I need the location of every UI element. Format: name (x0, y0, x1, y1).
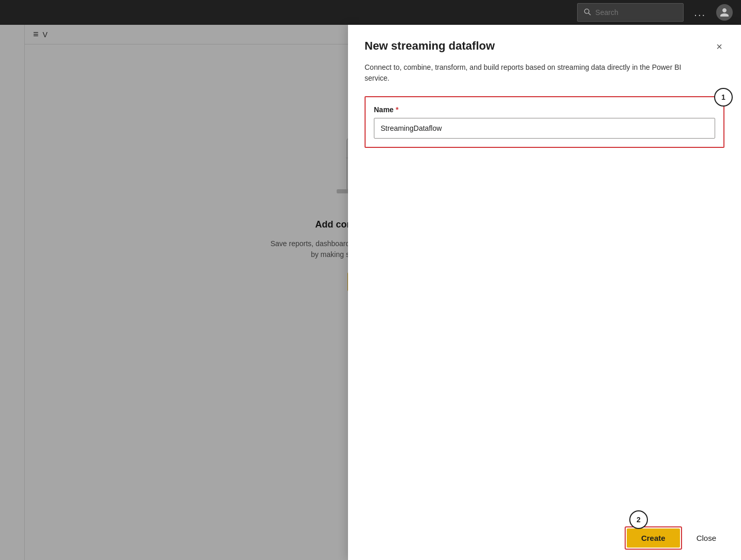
search-input[interactable] (595, 8, 677, 17)
avatar[interactable] (716, 4, 733, 21)
modal-header: New streaming dataflow × (348, 25, 741, 62)
required-indicator: * (396, 105, 398, 114)
modal-body: 1 Name * (348, 96, 741, 516)
callout-1-badge: 1 (714, 88, 733, 107)
create-button[interactable]: Create (627, 528, 680, 548)
callout-2-badge: 2 (629, 510, 648, 529)
search-icon (584, 8, 591, 17)
name-label: Name * (374, 105, 715, 114)
name-section: 1 Name * (365, 96, 724, 148)
more-options-button[interactable]: ... (690, 5, 710, 21)
modal-title: New streaming dataflow (365, 39, 495, 53)
app-header: ... (0, 0, 741, 25)
close-button[interactable]: Close (688, 528, 724, 548)
search-box[interactable] (577, 3, 684, 22)
modal-panel: New streaming dataflow × Connect to, com… (348, 25, 741, 560)
modal-description: Connect to, combine, transform, and buil… (348, 62, 700, 96)
create-btn-highlight: Create (625, 526, 682, 550)
svg-line-1 (589, 13, 591, 15)
modal-footer: 2 Create Close (348, 516, 741, 560)
modal-close-button[interactable]: × (714, 39, 724, 54)
name-input[interactable] (374, 118, 715, 139)
main-content: ≡ V (0, 25, 741, 560)
